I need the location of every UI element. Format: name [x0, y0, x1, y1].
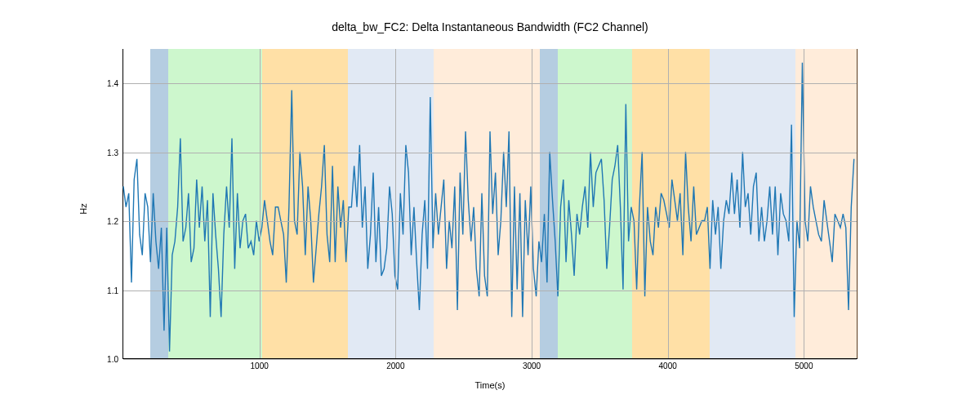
chart-title: delta_bw_FC2: Delta Instantaneous Bandwi… — [0, 20, 980, 33]
x-tick-label: 1000 — [251, 361, 269, 370]
x-tick-label: 3000 — [523, 361, 541, 370]
gridline-v — [395, 49, 396, 358]
gridline-h — [123, 83, 857, 84]
data-line — [123, 49, 857, 358]
x-tick-label: 5000 — [795, 361, 813, 370]
gridline-h — [123, 359, 857, 360]
y-tick-label: 1.4 — [107, 79, 118, 88]
gridline-v — [668, 49, 669, 358]
series-line — [123, 63, 854, 352]
y-tick-label: 1.3 — [107, 148, 118, 157]
gridline-v — [532, 49, 532, 358]
gridline-v — [260, 49, 261, 358]
y-tick-label: 1.2 — [107, 217, 118, 226]
y-tick-label: 1.1 — [107, 286, 118, 295]
y-axis-label: Hz — [78, 203, 88, 214]
chart-container: 1.01.11.21.31.410002000300040005000 — [122, 49, 858, 359]
gridline-h — [123, 290, 857, 291]
x-axis-label: Time(s) — [0, 380, 980, 390]
gridline-h — [123, 153, 857, 153]
plot-area: 1.01.11.21.31.410002000300040005000 — [122, 49, 858, 359]
gridline-h — [123, 221, 857, 222]
x-tick-label: 2000 — [386, 361, 404, 370]
x-tick-label: 4000 — [659, 361, 677, 370]
y-tick-label: 1.0 — [107, 355, 118, 364]
gridline-v — [804, 49, 804, 358]
